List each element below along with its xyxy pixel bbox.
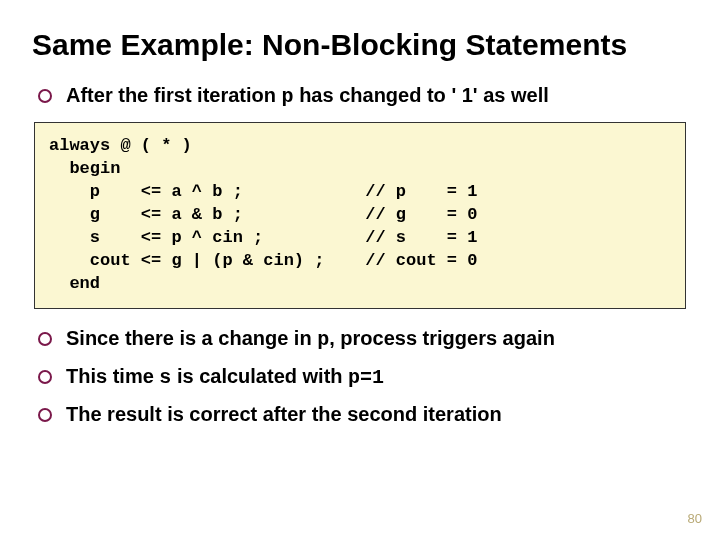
bullet-text: This time s is calculated with p=1 — [66, 365, 384, 389]
text-fragment: Since there is a change in — [66, 327, 317, 349]
bullet-icon — [38, 89, 52, 103]
code-content: always @ ( * ) begin p <= a ^ b ; // p =… — [49, 135, 671, 296]
bullet-2: Since there is a change in p, process tr… — [38, 327, 688, 351]
bullet-list: After the first iteration p has changed … — [32, 84, 688, 108]
slide: Same Example: Non-Blocking Statements Af… — [0, 0, 720, 540]
bullet-icon — [38, 408, 52, 422]
bullet-text: The result is correct after the second i… — [66, 403, 502, 426]
bullet-text: After the first iteration p has changed … — [66, 84, 549, 108]
bullet-text: Since there is a change in p, process tr… — [66, 327, 555, 351]
bullet-4: The result is correct after the second i… — [38, 403, 688, 426]
text-fragment: This time — [66, 365, 159, 387]
bullet-list-2: Since there is a change in p, process tr… — [32, 327, 688, 426]
bullet-icon — [38, 332, 52, 346]
page-title: Same Example: Non-Blocking Statements — [32, 28, 688, 62]
page-number: 80 — [688, 511, 702, 526]
bullet-3: This time s is calculated with p=1 — [38, 365, 688, 389]
code-var-p: p — [282, 85, 294, 108]
code-var-s: s — [159, 366, 171, 389]
text-fragment: has changed to ' 1' as well — [294, 84, 549, 106]
bullet-icon — [38, 370, 52, 384]
text-fragment: After the first iteration — [66, 84, 282, 106]
text-fragment: is calculated with — [171, 365, 348, 387]
code-var-p1: p=1 — [348, 366, 384, 389]
code-var-p: p — [317, 328, 329, 351]
bullet-1: After the first iteration p has changed … — [38, 84, 688, 108]
code-block: always @ ( * ) begin p <= a ^ b ; // p =… — [34, 122, 686, 309]
text-fragment: , process triggers again — [329, 327, 555, 349]
